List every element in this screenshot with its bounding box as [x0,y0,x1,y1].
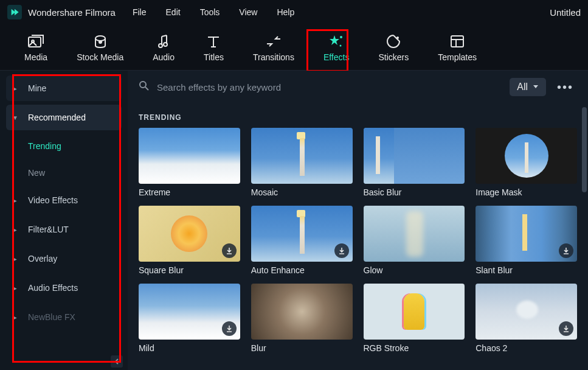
download-icon[interactable] [559,321,573,336]
effect-card[interactable]: Mosaic [251,128,353,197]
effect-thumbnail [476,128,577,184]
effect-label: Slant Blur [476,265,577,275]
effect-label: Extreme [139,187,240,197]
effect-label: Image Mask [476,187,577,197]
effect-card[interactable]: Extreme [139,128,240,197]
svg-point-2 [99,41,102,43]
svg-point-7 [397,37,398,38]
tool-stock-media[interactable]: Stock Media [77,33,123,62]
chevron-left-icon [114,358,120,365]
sidebar-sub-trending[interactable]: Trending [6,134,122,158]
effect-label: Basic Blur [364,187,465,197]
tool-media[interactable]: Media [24,33,47,62]
stock-media-icon [92,33,109,50]
menu-edit[interactable]: Edit [166,7,181,17]
chevron-down-icon [533,85,539,89]
tool-audio[interactable]: Audio [153,33,175,62]
more-button[interactable]: ••• [553,80,577,94]
svg-point-5 [340,36,342,38]
effect-thumbnail [364,128,465,184]
tool-transitions[interactable]: Transitions [253,33,294,62]
sidebar: ▶ Mine ▼ Recommended Trending New ▶ Vide… [0,71,128,370]
chevron-right-icon: ▶ [12,85,19,92]
filter-dropdown[interactable]: All [510,78,546,96]
effect-thumbnail [139,284,240,340]
effect-card[interactable]: Mild [139,284,240,353]
search-input[interactable] [157,82,502,92]
chevron-right-icon: ▶ [12,285,19,291]
section-title: TRENDING [139,113,577,122]
search-icon [139,80,150,94]
download-icon[interactable] [559,243,573,258]
effect-label: RGB Stroke [364,343,465,353]
effect-card[interactable]: Image Mask [476,128,577,197]
sidebar-sub-new[interactable]: New [6,161,122,185]
templates-icon [449,33,466,50]
tool-effects[interactable]: Effects [323,33,350,62]
svg-rect-0 [29,37,41,47]
download-icon[interactable] [334,243,349,258]
svg-rect-8 [451,36,463,47]
effect-label: Square Blur [139,265,240,275]
document-title: Untitled [550,7,581,18]
menubar: File Edit Tools View Help [133,7,294,17]
tool-titles[interactable]: Titles [204,33,224,62]
svg-point-3 [159,44,162,47]
searchbar: All ••• [139,71,577,103]
effect-thumbnail [251,206,353,262]
svg-point-6 [340,44,342,46]
sidebar-item-mine[interactable]: ▶ Mine [6,75,122,101]
sidebar-item-overlay[interactable]: ▶ Overlay [6,246,122,271]
effect-thumbnail [364,284,465,340]
sidebar-item-filter-lut[interactable]: ▶ Filter&LUT [6,217,122,242]
effect-label: Blur [251,343,353,353]
chevron-right-icon: ▶ [12,226,19,233]
effect-label: Glow [364,265,465,275]
download-icon[interactable] [222,243,237,258]
effect-thumbnail [139,206,240,262]
menu-help[interactable]: Help [277,7,294,17]
app-logo [7,5,22,19]
effect-thumbnail [251,128,353,184]
titles-icon [205,33,222,50]
collapse-sidebar-button[interactable] [111,355,123,368]
sidebar-item-video-effects[interactable]: ▶ Video Effects [6,187,122,213]
effect-thumbnail [364,206,465,262]
sidebar-item-newblue-fx[interactable]: ▶ NewBlue FX [6,304,122,330]
effect-thumbnail [251,284,353,340]
app-title: Wondershare Filmora [28,7,116,18]
tool-templates[interactable]: Templates [438,33,477,62]
menu-view[interactable]: View [239,7,257,17]
filter-label: All [517,82,528,92]
menu-file[interactable]: File [133,7,147,17]
sidebar-item-recommended[interactable]: ▼ Recommended [6,105,122,130]
chevron-down-icon: ▼ [12,114,19,121]
chevron-right-icon: ▶ [12,256,19,262]
chevron-right-icon: ▶ [12,314,19,321]
toolbar: Media Stock Media Audio Titles Transitio… [0,24,588,71]
svg-point-9 [140,82,146,88]
stickers-icon [385,33,402,50]
scrollbar[interactable] [582,107,587,192]
effect-label: Mild [139,343,240,353]
titlebar: Wondershare Filmora File Edit Tools View… [0,0,588,24]
menu-tools[interactable]: Tools [200,7,220,17]
effect-thumbnail [139,128,240,184]
effect-card[interactable]: Auto Enhance [251,206,353,275]
sidebar-item-audio-effects[interactable]: ▶ Audio Effects [6,275,122,301]
chevron-right-icon: ▶ [12,197,19,204]
effect-card[interactable]: Basic Blur [364,128,465,197]
effect-card[interactable]: Chaos 2 [476,284,577,353]
effects-icon [328,33,345,50]
audio-icon [155,33,172,50]
effect-card[interactable]: Slant Blur [476,206,577,275]
effect-label: Chaos 2 [476,343,577,353]
main-panel: All ••• TRENDING ExtremeMosaicBasic Blur… [128,71,588,370]
download-icon[interactable] [222,321,237,336]
effect-card[interactable]: RGB Stroke [364,284,465,353]
tool-stickers[interactable]: Stickers [378,33,409,62]
effect-card[interactable]: Blur [251,284,353,353]
effect-card[interactable]: Square Blur [139,206,240,275]
media-icon [27,33,44,50]
effect-card[interactable]: Glow [364,206,465,275]
